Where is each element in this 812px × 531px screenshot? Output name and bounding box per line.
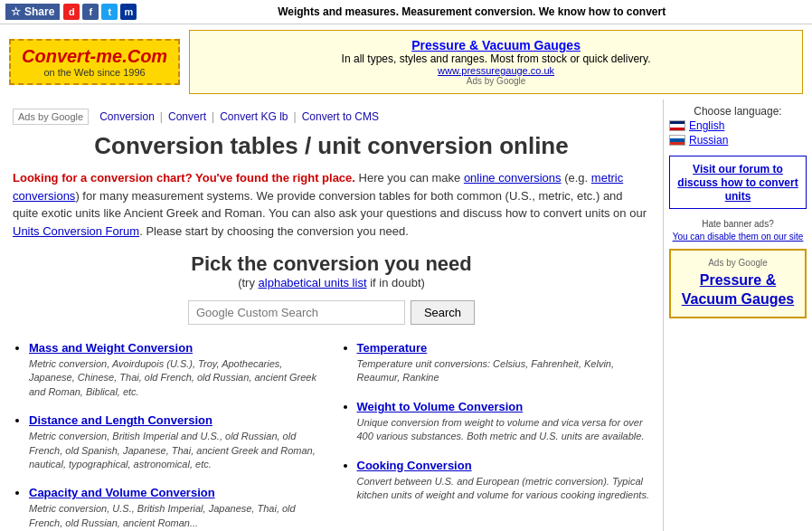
search-input-wrap [188,300,405,325]
hate-banner-sub: You can disable them on our site [669,231,807,243]
logo-sub: on the Web since 1996 [22,67,167,78]
forum-link-sidebar[interactable]: Visit our forum to discuss how to conver… [677,163,798,203]
language-section: Choose language: English Russian [669,105,807,147]
right-conversion-list: Temperature Temperature unit conversions… [341,339,651,531]
facebook-icon[interactable]: f [82,4,99,20]
sidebar-ad: Ads by Google Pressure & Vacuum Gauges [669,249,807,318]
conversion-lists: Mass and Weight Conversion Metric conver… [13,339,650,531]
top-ad-title[interactable]: Pressure & Vacuum Gauges [197,38,795,52]
delicious-icon[interactable]: d [63,4,80,20]
language-russian[interactable]: Russian [669,134,807,147]
distance-length-desc: Metric conversion, British Imperial and … [29,430,323,471]
flag-english-icon [669,120,685,131]
right-bullet-list: Temperature Temperature unit conversions… [341,339,651,502]
russian-link[interactable]: Russian [689,134,728,147]
logo-box: Convert-me.Com on the Web since 1996 [9,39,180,85]
top-ad-banner: Pressure & Vacuum Gauges In all types, s… [189,30,803,94]
twitter-icon[interactable]: t [101,4,118,20]
list-item: Capacity and Volume Conversion Metric co… [29,484,323,530]
content-area: Ads by Google Conversion | Convert | Con… [0,100,663,531]
list-item: Cooking Conversion Convert between U.S. … [357,457,651,503]
top-ad-desc1: In all types, styles and ranges. Most fr… [197,52,795,65]
search-button[interactable]: Search [411,300,475,325]
sidebar-ad-title[interactable]: Pressure & Vacuum Gauges [678,271,798,309]
logo-text: Convert-me.Com [22,46,167,67]
list-item: Temperature Temperature unit conversions… [357,339,651,385]
list-item: Weight to Volume Conversion Unique conve… [357,398,651,444]
cooking-conversion-link[interactable]: Cooking Conversion [357,459,472,472]
share-icon: ☆ [11,5,21,18]
list-item: Mass and Weight Conversion Metric conver… [29,339,323,399]
pick-section-title: Pick the conversion you need [13,252,650,276]
myspace-icon[interactable]: m [120,4,137,20]
disable-banners-link[interactable]: You can disable them on our site [673,232,804,242]
distance-length-link[interactable]: Distance and Length Conversion [29,413,212,427]
weight-volume-desc: Unique conversion from weight to volume … [357,416,651,444]
flag-russian-icon [669,135,685,146]
alphabetical-units-link[interactable]: alphabetical units list [259,276,367,289]
forum-section: Visit our forum to discuss how to conver… [669,156,807,209]
intro-text: Looking for a conversion chart? You've f… [13,169,650,240]
header-ad-text: Weights and measures. Measurement conver… [137,5,807,18]
share-button[interactable]: ☆ Share [5,4,60,20]
page-title: Conversion tables / unit conversion onli… [13,132,650,160]
temperature-desc: Temperature unit conversions: Celsius, F… [357,357,651,385]
hate-banner: Hate banner ads? You can disable them on… [669,218,807,243]
language-english[interactable]: English [669,119,807,132]
sidebar-ads-label: Ads by Google [678,258,798,268]
nav-tab-convert-cms[interactable]: Convert to CMS [302,110,379,123]
mass-weight-link[interactable]: Mass and Weight Conversion [29,341,193,355]
nav-tab-conversion[interactable]: Conversion [99,110,155,123]
mass-weight-desc: Metric conversion, Avoirdupois (U.S.), T… [29,357,323,399]
top-ad-url[interactable]: www.pressuregauge.co.uk [197,65,795,76]
online-conversions-link[interactable]: online conversions [464,171,562,185]
forum-link[interactable]: Units Conversion Forum [13,224,139,238]
search-bar: Search [13,300,650,325]
cooking-conversion-desc: Convert between U.S. and European (metri… [357,475,651,503]
temperature-link[interactable]: Temperature [357,341,428,355]
pick-section: Pick the conversion you need (try alphab… [13,252,650,289]
language-title: Choose language: [669,105,807,118]
nav-tab-convert[interactable]: Convert [168,110,206,123]
right-sidebar: Choose language: English Russian Visit o… [663,100,812,531]
search-input[interactable] [188,300,405,325]
left-conversion-list: Mass and Weight Conversion Metric conver… [13,339,323,531]
hate-banner-text: Hate banner ads? [669,218,807,231]
english-link[interactable]: English [689,119,724,132]
top-ads-by-google: Ads by Google [197,76,795,86]
share-label: Share [24,5,54,18]
weight-volume-link[interactable]: Weight to Volume Conversion [357,400,524,413]
logo-area: Convert-me.Com on the Web since 1996 Pre… [0,24,812,100]
nav-tab-convert-kg[interactable]: Convert KG lb [220,110,288,123]
main-layout: Ads by Google Conversion | Convert | Con… [0,100,812,531]
pick-section-sub: (try alphabetical units list if in doubt… [13,276,650,289]
top-bar: ☆ Share d f t m Weights and measures. Me… [0,0,812,24]
capacity-volume-link[interactable]: Capacity and Volume Conversion [29,486,215,499]
social-icons: d f t m [63,4,137,20]
capacity-volume-desc: Metric conversion, U.S., British Imperia… [29,502,323,530]
intro-highlight: Looking for a conversion chart? You've f… [13,171,355,185]
left-bullet-list: Mass and Weight Conversion Metric conver… [13,339,323,530]
ads-by-google-label: Ads by Google [13,109,89,125]
list-item: Distance and Length Conversion Metric co… [29,412,323,471]
nav-tabs: Ads by Google Conversion | Convert | Con… [13,109,650,125]
